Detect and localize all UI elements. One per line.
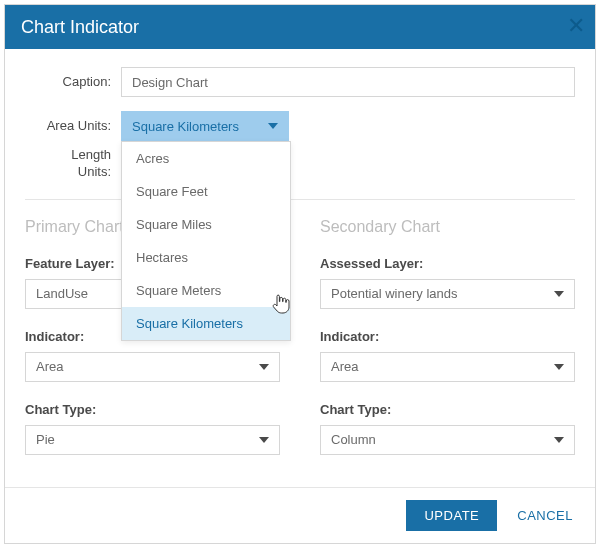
secondary-chart-type-select[interactable]: Column [320,425,575,455]
secondary-chart-type-label: Chart Type: [320,402,575,417]
primary-chart-type-label: Chart Type: [25,402,280,417]
secondary-indicator-value: Area [331,359,358,374]
primary-chart-type-select[interactable]: Pie [25,425,280,455]
chevron-down-icon [554,437,564,443]
area-units-selected: Square Kilometers [132,119,239,134]
dialog-title: Chart Indicator [21,17,139,38]
area-units-option[interactable]: Square Feet [122,175,290,208]
assessed-layer-select[interactable]: Potential winery lands [320,279,575,309]
caption-label: Caption: [25,74,121,91]
caption-input[interactable] [121,67,575,97]
area-units-option[interactable]: Square Miles [122,208,290,241]
chevron-down-icon [268,123,278,129]
area-units-option[interactable]: Acres [122,142,290,175]
chevron-down-icon [554,364,564,370]
chevron-down-icon [259,364,269,370]
cancel-button[interactable]: CANCEL [511,500,579,531]
assessed-layer-value: Potential winery lands [331,286,457,301]
area-units-row: Area Units: Square Kilometers AcresSquar… [25,111,575,141]
chevron-down-icon [259,437,269,443]
secondary-chart-column: Secondary Chart Assessed Layer: Potentia… [320,218,575,475]
assessed-layer-label: Assessed Layer: [320,256,575,271]
area-units-option[interactable]: Hectares [122,241,290,274]
dialog-header: Chart Indicator ✕ [5,5,595,49]
caption-row: Caption: [25,67,575,97]
area-units-label: Area Units: [25,118,121,135]
dialog-footer: UPDATE CANCEL [5,487,595,543]
feature-layer-value: LandUse [36,286,88,301]
secondary-chart-title: Secondary Chart [320,218,575,236]
dialog-body: Caption: Area Units: Square Kilometers A… [5,49,595,485]
area-units-dropdown: AcresSquare FeetSquare MilesHectaresSqua… [121,141,291,341]
length-units-label: Length Units: [25,147,121,181]
primary-indicator-value: Area [36,359,63,374]
secondary-indicator-label: Indicator: [320,329,575,344]
primary-chart-type-value: Pie [36,432,55,447]
primary-indicator-select[interactable]: Area [25,352,280,382]
close-icon[interactable]: ✕ [567,13,585,39]
divider [25,199,575,200]
secondary-chart-type-value: Column [331,432,376,447]
area-units-select[interactable]: Square Kilometers AcresSquare FeetSquare… [121,111,289,141]
chart-columns: Primary Chart Feature Layer: LandUse Ind… [25,218,575,475]
update-button[interactable]: UPDATE [406,500,497,531]
chart-indicator-dialog: Chart Indicator ✕ Caption: Area Units: S… [4,4,596,544]
area-units-option[interactable]: Square Meters [122,274,290,307]
secondary-indicator-select[interactable]: Area [320,352,575,382]
chevron-down-icon [554,291,564,297]
length-units-row: Length Units: [25,147,575,181]
area-units-option[interactable]: Square Kilometers [122,307,290,340]
